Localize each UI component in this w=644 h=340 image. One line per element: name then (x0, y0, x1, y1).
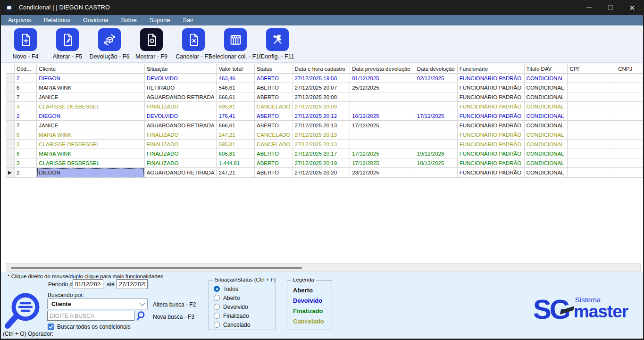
cell-valor[interactable]: 463,46 (217, 74, 255, 83)
cell-status[interactable]: ABERTO (254, 158, 293, 168)
cell-cliente[interactable]: MARIA WINK (37, 149, 144, 158)
cell-status[interactable]: ABERTO (254, 149, 293, 158)
cell-cnpj[interactable] (616, 83, 643, 92)
column-header-data-devolucao[interactable]: Data devolução (415, 64, 457, 74)
cell-cpf[interactable] (568, 83, 616, 92)
buscar-todos-checkbox[interactable] (48, 323, 54, 330)
cell-devolucao[interactable] (415, 83, 457, 92)
periodo-to-input[interactable] (117, 279, 148, 289)
cell-cadastro[interactable]: 27/12/2025 20:08 (293, 92, 350, 102)
cell-prevista[interactable]: 17/12/2025 (350, 149, 415, 158)
cell-situacao[interactable]: DEVOLVIDO (144, 74, 217, 83)
cell-valor[interactable]: 595,81 (217, 102, 255, 111)
menu-item-suporte[interactable]: Suporte (150, 17, 170, 24)
status-option-aberto[interactable]: Aberto (214, 294, 276, 301)
cell-cnpj[interactable] (616, 140, 643, 149)
table-row[interactable]: 3CLARISSE DESBESSELFINALIZADO1.444,81ABE… (6, 158, 643, 168)
menu-item-arquivos[interactable]: Arquivos (8, 17, 31, 24)
row-selector[interactable] (6, 121, 15, 130)
row-selector[interactable] (6, 158, 15, 168)
cell-cliente[interactable]: CLARISSE DESBESSEL (37, 102, 144, 111)
cell-prevista[interactable] (350, 92, 415, 102)
cell-cpf[interactable] (568, 102, 616, 111)
cell-prevista[interactable] (350, 102, 415, 111)
cell-cadastro[interactable]: 27/12/2025 20:19 (293, 158, 350, 168)
cell-cnpj[interactable] (616, 149, 643, 158)
cell-cadastro[interactable]: 27/12/2025 20:13 (293, 130, 350, 140)
cell-funcionario[interactable]: FUNCIONÁRIO PADRÃO (457, 92, 524, 102)
cell-cadastro[interactable]: 27/12/2025 19:58 (293, 74, 350, 83)
cell-prevista[interactable]: 01/12/2025 (350, 74, 415, 83)
row-selector[interactable] (6, 140, 15, 149)
cell-titulo_dav[interactable]: CONDICIONAL (524, 83, 568, 92)
cell-cod[interactable]: 2 (14, 74, 36, 83)
cell-cadastro[interactable]: 27/12/2025 20:13 (293, 121, 350, 130)
cell-cod[interactable]: 2 (14, 168, 36, 178)
cell-devolucao[interactable]: 19/12/2028 (415, 149, 457, 158)
cell-cpf[interactable] (568, 130, 616, 140)
cell-devolucao[interactable] (415, 121, 457, 130)
cell-valor[interactable]: 1.444,81 (217, 158, 255, 168)
cell-devolucao[interactable] (415, 102, 457, 111)
cell-devolucao[interactable]: 17/12/2025 (415, 111, 457, 121)
scrollbar-thumb[interactable] (11, 267, 302, 269)
cell-cliente[interactable]: JANICE (37, 121, 144, 130)
cell-cliente[interactable]: DIEGON (37, 168, 144, 178)
cell-cod[interactable]: 3 (14, 102, 36, 111)
table-row[interactable]: 2DIEGONDEVOLVIDO176,41ABERTO27/12/2025 2… (6, 111, 643, 121)
cell-cpf[interactable] (568, 140, 616, 149)
cell-titulo_dav[interactable]: CONDICIONAL (524, 158, 568, 168)
cell-cliente[interactable]: DIEGON (37, 74, 144, 83)
cell-titulo_dav[interactable]: CONDICIONAL (524, 74, 568, 83)
cell-devolucao[interactable]: 18/12/2025 (415, 158, 457, 168)
cell-cpf[interactable] (568, 158, 616, 168)
cell-situacao[interactable]: AGUARDANDO RETIRADA (144, 168, 217, 178)
table-row[interactable]: 7JANICEAGUARDANDO RETIRADA666,61ABERTO27… (6, 121, 643, 130)
cell-cod[interactable]: 2 (14, 111, 36, 121)
cell-cod[interactable]: 6 (14, 83, 36, 92)
cell-prevista[interactable]: 16/12/2025 (350, 111, 415, 121)
cell-status[interactable]: CANCELADO (254, 130, 293, 140)
cell-funcionario[interactable]: FUNCIONÁRIO PADRÃO (457, 74, 524, 83)
cell-situacao[interactable]: FINALIZADO (144, 158, 217, 168)
search-input[interactable] (47, 311, 134, 321)
cell-titulo_dav[interactable]: CONDICIONAL (524, 149, 568, 158)
cell-cadastro[interactable]: 27/12/2025 20:13 (293, 140, 350, 149)
cell-situacao[interactable]: RETIRADO (144, 83, 217, 92)
cell-cod[interactable]: 3 (14, 140, 36, 149)
cell-cod[interactable]: 7 (14, 92, 36, 102)
cell-devolucao[interactable] (415, 168, 457, 178)
cell-cadastro[interactable]: 27/12/2025 20:20 (293, 168, 350, 178)
cell-situacao[interactable]: FINALIZADO (144, 149, 217, 158)
menu-item-ouvidoria[interactable]: Ouvidoria (83, 17, 109, 24)
column-header-funcionario[interactable]: Funcionário (457, 64, 524, 74)
cell-prevista[interactable]: 17/12/2025 (350, 121, 415, 130)
status-option-cancelado[interactable]: Cancelado (214, 321, 276, 328)
table-row[interactable]: 3CLARISSE DESBESSELFINALIZADO595,81CANCE… (6, 102, 643, 111)
cell-devolucao[interactable] (415, 92, 457, 102)
cell-cod[interactable]: 6 (14, 149, 36, 158)
cell-devolucao[interactable] (415, 130, 457, 140)
cell-cliente[interactable]: JANICE (37, 92, 144, 102)
periodo-from-input[interactable] (73, 279, 103, 289)
cell-status[interactable]: ABERTO (254, 74, 293, 83)
column-header-cpf[interactable]: CPF (568, 64, 616, 74)
cell-status[interactable]: CANCELADO (254, 102, 293, 111)
table-row[interactable]: ▶2DIEGONAGUARDANDO RETIRADA247,21ABERTO2… (6, 168, 643, 178)
cell-cadastro[interactable]: 27/12/2025 20:12 (293, 111, 350, 121)
cell-cnpj[interactable] (616, 121, 643, 130)
column-header-valor-total[interactable]: Valor total (217, 64, 255, 74)
cell-prevista[interactable] (350, 140, 415, 149)
cell-funcionario[interactable]: FUNCIONÁRIO PADRÃO (457, 111, 524, 121)
column-header-data-prevista-devolucao[interactable]: Data prevista devolução (350, 64, 415, 74)
cell-valor[interactable]: 666,61 (217, 92, 255, 102)
cell-cadastro[interactable]: 27/12/2025 20:17 (293, 149, 350, 158)
cell-cpf[interactable] (568, 121, 616, 130)
cell-valor[interactable]: 666,61 (217, 121, 255, 130)
cell-titulo_dav[interactable]: CONDICIONAL (524, 111, 568, 121)
table-row[interactable]: 6MARIA WINKRETIRADO546,61ABERTO27/12/202… (6, 83, 643, 92)
cell-devolucao[interactable]: 02/12/2025 (415, 74, 457, 83)
cell-cnpj[interactable] (616, 102, 643, 111)
cell-cadastro[interactable]: 27/12/2025 20:09 (293, 102, 350, 111)
menu-item-sobre[interactable]: Sobre (121, 17, 136, 24)
